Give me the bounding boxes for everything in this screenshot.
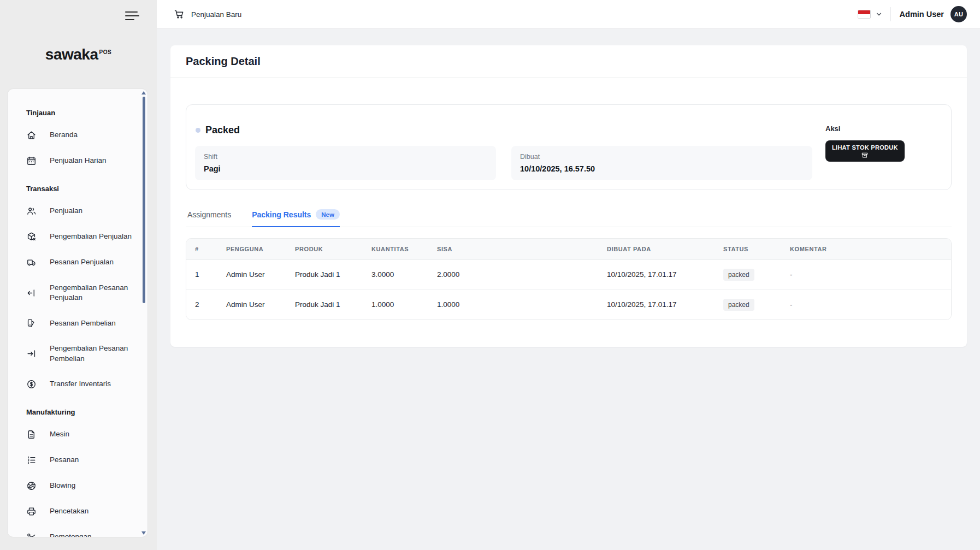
nav-section-tinjauan: Tinjauan Beranda Penjualan Harian [8, 109, 147, 174]
field-value: 10/10/2025, 16.57.50 [520, 164, 804, 173]
logo-sup: POS [99, 49, 112, 55]
sidebar-item-label: Pengembalian Pesanan Pembelian [50, 344, 139, 363]
topnav-penjualan-baru[interactable]: Penjualan Baru [174, 9, 241, 20]
sidebar-item-pemotongan[interactable]: Pemotongan [8, 524, 147, 537]
topbar: Penjualan Baru Admin User AU [157, 0, 980, 29]
calendar-icon [26, 156, 37, 166]
indonesia-flag-icon [858, 10, 871, 19]
status-left: Packed Shift Pagi Dibuat 10/10/2025, 16.… [195, 125, 812, 180]
sidebar-item-penjualan[interactable]: Penjualan [8, 198, 147, 224]
sidebar-item-mesin[interactable]: Mesin [8, 422, 147, 447]
cell-sisa: 1.0000 [428, 289, 598, 320]
table-row: 2 Admin User Produk Jadi 1 1.0000 1.0000… [186, 289, 951, 320]
cell-kuantitas: 1.0000 [363, 289, 428, 320]
sidebar-item-blowing[interactable]: Blowing [8, 473, 147, 499]
avatar-initials: AU [954, 11, 964, 17]
sidebar-item-pesanan-penjualan[interactable]: Pesanan Penjualan [8, 250, 147, 275]
card-body: Packed Shift Pagi Dibuat 10/10/2025, 16.… [170, 78, 967, 347]
cell-status: packed [715, 259, 781, 289]
package-return-icon [26, 232, 37, 242]
users-icon [26, 206, 37, 216]
tab-packing-results[interactable]: Packing Results New [252, 209, 340, 227]
sidebar-item-label: Pemotongan [50, 532, 92, 537]
col-header-no: # [186, 239, 217, 260]
sidebar-item-pencetakan[interactable]: Pencetakan [8, 499, 147, 524]
col-header-status: STATUS [715, 239, 781, 260]
new-badge: New [316, 209, 340, 220]
packing-results-table: # PENGGUNA PRODUK KUANTITAS SISA DIBUAT … [186, 238, 952, 320]
sidebar-toggle-button[interactable] [125, 8, 144, 24]
archive-box-icon [861, 151, 869, 159]
sidebar-scrollbar[interactable] [141, 90, 146, 536]
field-label: Dibuat [520, 153, 804, 161]
sidebar-item-label: Pencetakan [50, 506, 88, 516]
scroll-up-arrow-icon[interactable] [141, 91, 146, 94]
col-header-sisa: SISA [428, 239, 598, 260]
cell-dibuat-pada: 10/10/2025, 17.01.17 [598, 289, 715, 320]
chevron-down-icon [875, 10, 883, 18]
ordered-list-icon [26, 455, 37, 465]
nav-section-label: Manufakturing [26, 408, 139, 416]
actions-label: Aksi [825, 125, 942, 133]
cell-pengguna: Admin User [217, 289, 286, 320]
card-header: Packing Detail [170, 45, 967, 78]
sidebar-item-pesanan[interactable]: Pesanan [8, 447, 147, 473]
cell-status: packed [715, 289, 781, 320]
home-icon [26, 130, 37, 140]
sidebar-item-penjualan-harian[interactable]: Penjualan Harian [8, 148, 147, 174]
logo-text: sawaka [45, 46, 98, 63]
col-header-produk: PRODUK [286, 239, 363, 260]
user-menu[interactable]: Admin User AU [900, 6, 967, 22]
field-dibuat: Dibuat 10/10/2025, 16.57.50 [511, 146, 812, 180]
table-row: 1 Admin User Produk Jadi 1 3.0000 2.0000… [186, 259, 951, 289]
sidebar-item-pesanan-pembelian[interactable]: Pesanan Pembelian [8, 310, 147, 336]
swatch-icon [26, 318, 37, 328]
sidebar-item-label: Mesin [50, 429, 69, 439]
sidebar-item-label: Pesanan Penjualan [50, 257, 114, 267]
sidebar-item-transfer-inventaris[interactable]: Transfer Inventaris [8, 371, 147, 397]
file-icon [26, 429, 37, 440]
scrollbar-thumb[interactable] [143, 97, 145, 303]
status-dot-icon [196, 128, 200, 133]
sidebar: sawakaPOS Tinjauan Beranda Penjualan Har… [0, 0, 157, 550]
main-area: Penjualan Baru Admin User AU Packing Det… [157, 0, 980, 550]
tab-label: Assignments [187, 210, 231, 219]
field-shift: Shift Pagi [195, 146, 496, 180]
field-label: Shift [204, 153, 487, 161]
sidebar-item-pengembalian-pesanan-pembelian[interactable]: Pengembalian Pesanan Pembelian [8, 336, 147, 371]
sidebar-item-label: Pengembalian Pesanan Penjualan [50, 283, 139, 303]
app-root: sawakaPOS Tinjauan Beranda Penjualan Har… [0, 0, 980, 550]
sidebar-nav: Tinjauan Beranda Penjualan Harian Transa… [8, 89, 147, 537]
printer-icon [26, 506, 37, 517]
nav-section-label: Tinjauan [26, 109, 139, 117]
status-title-row: Packed [195, 125, 812, 136]
tab-bar: Assignments Packing Results New [186, 209, 952, 227]
button-label: LIHAT STOK PRODUK [832, 144, 898, 151]
status-actions: Aksi LIHAT STOK PRODUK [825, 125, 942, 180]
cell-produk: Produk Jadi 1 [286, 289, 363, 320]
lihat-stok-produk-button[interactable]: LIHAT STOK PRODUK [825, 140, 905, 162]
language-selector[interactable] [858, 10, 883, 19]
status-card: Packed Shift Pagi Dibuat 10/10/2025, 16.… [186, 104, 952, 190]
dollar-circle-icon [26, 379, 37, 389]
sidebar-item-label: Penjualan [50, 206, 82, 216]
sidebar-item-label: Transfer Inventaris [50, 379, 111, 389]
page-title: Packing Detail [186, 55, 952, 68]
sidebar-item-label: Penjualan Harian [50, 156, 107, 165]
status-fields: Shift Pagi Dibuat 10/10/2025, 16.57.50 [195, 146, 812, 180]
sidebar-item-label: Pesanan [50, 455, 79, 465]
col-header-komentar: KOMENTAR [781, 239, 951, 260]
sidebar-item-pengembalian-penjualan[interactable]: Pengembalian Penjualan [8, 224, 147, 250]
status-badge: packed [723, 299, 754, 311]
tab-assignments[interactable]: Assignments [187, 209, 231, 227]
sidebar-item-pengembalian-pesanan-penjualan[interactable]: Pengembalian Pesanan Penjualan [8, 275, 147, 310]
cell-no: 1 [186, 259, 217, 289]
scroll-down-arrow-icon[interactable] [141, 531, 146, 535]
nav-section-label: Transaksi [26, 185, 139, 193]
truck-icon [26, 257, 37, 268]
arrow-left-to-bar-icon [26, 288, 37, 298]
status-badge: packed [723, 269, 754, 281]
topbar-divider [890, 7, 891, 21]
sidebar-item-label: Beranda [50, 130, 78, 140]
sidebar-item-beranda[interactable]: Beranda [8, 122, 147, 148]
